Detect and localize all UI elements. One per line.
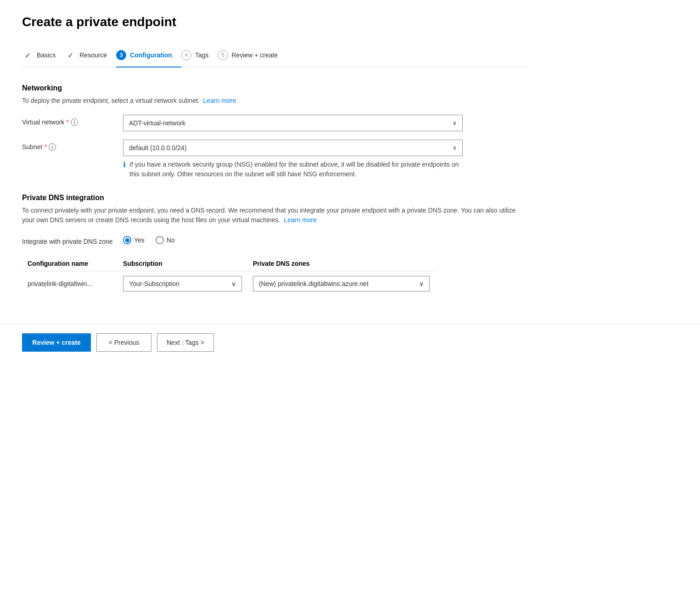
subscription-cell: Your-Subscription ∨: [118, 271, 247, 297]
subscription-value: Your-Subscription: [129, 280, 179, 287]
virtual-network-label: Virtual network * i: [22, 115, 123, 126]
table-row: privatelink-digitaltwin... Your-Subscrip…: [22, 271, 435, 297]
dns-learn-more[interactable]: Learn more: [284, 216, 317, 224]
dns-zone-cell: (New) privatelink.digitaltwins.azure.net…: [247, 271, 435, 297]
dns-table: Configuration name Subscription Private …: [22, 256, 435, 296]
step-basics-label: Basics: [37, 51, 56, 59]
dns-integrate-control: Yes No: [123, 234, 463, 244]
step-review-create-label: Review + create: [232, 51, 278, 59]
step-configuration[interactable]: 3 Configuration: [116, 45, 181, 67]
chevron-down-icon-vnet: ∨: [453, 120, 457, 126]
subnet-row: Subnet * i default (10.0.0.0/24) ∨ ℹ If …: [22, 140, 529, 179]
chevron-down-icon-subscription: ∨: [231, 280, 236, 287]
info-icon-subnet[interactable]: i: [49, 143, 56, 151]
virtual-network-control: ADT-virtual-network ∨: [123, 115, 463, 131]
nsg-notice: ℹ If you have a network security group (…: [123, 160, 463, 179]
check-icon-resource: ✓: [67, 51, 73, 60]
col-subscription: Subscription: [118, 256, 247, 271]
chevron-down-icon-dnszone: ∨: [419, 280, 424, 287]
radio-outer-no: [156, 236, 164, 244]
dns-title: Private DNS integration: [22, 194, 529, 202]
step-number-configuration: 3: [116, 50, 126, 60]
col-config-name: Configuration name: [22, 256, 118, 271]
networking-section: Networking To deploy the private endpoin…: [22, 84, 529, 179]
dns-description: To connect privately with your private e…: [22, 206, 529, 225]
required-star-vnet: *: [66, 118, 68, 126]
config-name-cell: privatelink-digitaltwin...: [22, 271, 118, 297]
step-number-tags: 4: [181, 50, 191, 60]
wizard-steps: ✓ Basics ✓ Resource 3 Configuration 4 Ta…: [22, 44, 529, 67]
virtual-network-row: Virtual network * i ADT-virtual-network …: [22, 115, 529, 131]
radio-outer-yes: [123, 236, 131, 244]
subnet-value: default (10.0.0.0/24): [129, 144, 186, 152]
virtual-network-value: ADT-virtual-network: [129, 119, 185, 127]
nsg-notice-text: If you have a network security group (NS…: [129, 160, 463, 179]
step-number-review: 5: [218, 50, 228, 60]
subnet-label: Subnet * i: [22, 140, 123, 151]
radio-inner-yes: [125, 238, 129, 242]
check-icon-basics: ✓: [25, 51, 31, 60]
radio-no[interactable]: No: [156, 236, 175, 244]
col-dns-zones: Private DNS zones: [247, 256, 435, 271]
step-review-create[interactable]: 5 Review + create: [218, 45, 287, 67]
step-tags[interactable]: 4 Tags: [181, 45, 218, 67]
radio-yes-label: Yes: [134, 236, 145, 244]
radio-yes[interactable]: Yes: [123, 236, 145, 244]
subnet-dropdown[interactable]: default (10.0.0.0/24) ∨: [123, 140, 463, 156]
subscription-dropdown[interactable]: Your-Subscription ∨: [123, 276, 242, 292]
dns-radio-group: Yes No: [123, 234, 463, 244]
page-title: Create a private endpoint: [22, 15, 529, 29]
dns-integrate-row: Integrate with private DNS zone Yes No: [22, 234, 529, 245]
footer: Review + create < Previous Next : Tags >: [0, 324, 700, 361]
subnet-control: default (10.0.0.0/24) ∨ ℹ If you have a …: [123, 140, 463, 179]
info-icon-nsg: ℹ: [123, 160, 126, 169]
chevron-down-icon-subnet: ∨: [453, 145, 457, 151]
dns-section: Private DNS integration To connect priva…: [22, 194, 529, 296]
networking-learn-more[interactable]: Learn more: [203, 97, 236, 104]
required-star-subnet: *: [44, 143, 46, 151]
dns-integrate-label: Integrate with private DNS zone: [22, 234, 123, 245]
review-create-button[interactable]: Review + create: [22, 333, 91, 352]
previous-button[interactable]: < Previous: [96, 333, 151, 352]
step-configuration-label: Configuration: [130, 51, 172, 59]
dns-zone-value: (New) privatelink.digitaltwins.azure.net: [259, 280, 369, 287]
radio-no-label: No: [167, 236, 175, 244]
next-button[interactable]: Next : Tags >: [157, 333, 214, 352]
step-basics[interactable]: ✓ Basics: [22, 44, 65, 67]
networking-title: Networking: [22, 84, 529, 92]
dns-zone-dropdown[interactable]: (New) privatelink.digitaltwins.azure.net…: [253, 276, 430, 292]
step-resource[interactable]: ✓ Resource: [65, 44, 116, 67]
step-tags-label: Tags: [195, 51, 209, 59]
step-resource-label: Resource: [79, 51, 107, 59]
virtual-network-dropdown[interactable]: ADT-virtual-network ∨: [123, 115, 463, 131]
info-icon-vnet[interactable]: i: [71, 118, 78, 126]
networking-description: To deploy the private endpoint, select a…: [22, 96, 529, 106]
